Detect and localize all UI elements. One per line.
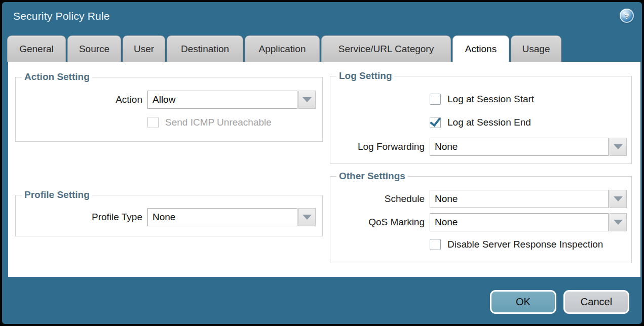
action-dropdown-button[interactable]: [298, 91, 316, 109]
schedule-dropdown-value[interactable]: None: [430, 190, 609, 208]
chevron-down-icon: [614, 196, 623, 201]
log-session-start-label: Log at Session Start: [447, 94, 534, 105]
dsri-checkbox-row[interactable]: Disable Server Response Inspection: [430, 239, 603, 250]
tab-destination[interactable]: Destination: [167, 35, 243, 62]
question-mark-icon: ?: [624, 12, 629, 20]
log-forwarding-dropdown-button[interactable]: [610, 138, 627, 156]
tab-content-panel: Action Setting Action Allow Send ICMP Un…: [8, 62, 640, 277]
qos-marking-dropdown-value[interactable]: None: [430, 213, 609, 231]
chevron-down-icon: [302, 97, 312, 102]
schedule-dropdown-button[interactable]: [610, 190, 627, 208]
dsri-checkbox[interactable]: [430, 239, 441, 250]
qos-marking-label: QoS Marking: [330, 217, 430, 228]
profile-setting-group: Profile Setting Profile Type None: [15, 195, 323, 236]
log-forwarding-row: Log Forwarding None: [330, 138, 627, 156]
profile-type-dropdown-value[interactable]: None: [147, 208, 297, 226]
tab-application[interactable]: Application: [245, 35, 320, 62]
log-forwarding-dropdown[interactable]: None: [430, 138, 627, 156]
send-icmp-checkbox[interactable]: [147, 117, 159, 128]
log-setting-group: Log Setting Log at Session Start Log at …: [330, 76, 632, 164]
log-setting-legend: Log Setting: [336, 70, 394, 82]
cancel-button[interactable]: Cancel: [563, 290, 629, 314]
profile-type-dropdown-button[interactable]: [298, 208, 316, 226]
tab-user[interactable]: User: [123, 35, 165, 62]
chevron-down-icon: [614, 144, 623, 149]
profile-setting-legend: Profile Setting: [22, 189, 92, 200]
security-policy-rule-dialog: Security Policy Rule ? General Source Us…: [0, 0, 644, 326]
chevron-down-icon: [302, 215, 312, 220]
profile-type-dropdown[interactable]: None: [147, 208, 316, 226]
tab-service-url-category[interactable]: Service/URL Category: [321, 35, 451, 62]
action-row: Action Allow: [16, 91, 316, 109]
action-label: Action: [16, 94, 147, 105]
tab-general[interactable]: General: [7, 35, 66, 62]
dsri-label: Disable Server Response Inspection: [447, 239, 603, 250]
help-button[interactable]: ?: [620, 9, 634, 23]
dialog-title: Security Policy Rule: [13, 10, 110, 22]
action-dropdown[interactable]: Allow: [147, 91, 316, 109]
log-session-end-label: Log at Session End: [447, 117, 531, 128]
schedule-row: Schedule None: [330, 190, 627, 208]
chevron-down-icon: [614, 220, 623, 225]
qos-marking-dropdown[interactable]: None: [430, 213, 627, 231]
schedule-label: Schedule: [330, 193, 430, 205]
ok-button[interactable]: OK: [490, 290, 556, 314]
action-setting-group: Action Setting Action Allow Send ICMP Un…: [15, 77, 323, 142]
log-session-start-checkbox-row[interactable]: Log at Session Start: [430, 94, 534, 105]
other-settings-group: Other Settings Schedule None QoS Marking…: [330, 176, 632, 263]
other-settings-legend: Other Settings: [336, 171, 408, 182]
profile-type-row: Profile Type None: [16, 208, 316, 226]
tab-usage[interactable]: Usage: [511, 35, 561, 62]
log-session-start-checkbox[interactable]: [430, 94, 441, 105]
send-icmp-checkbox-row[interactable]: Send ICMP Unreachable: [147, 117, 272, 128]
send-icmp-label: Send ICMP Unreachable: [165, 117, 272, 128]
schedule-dropdown[interactable]: None: [430, 190, 627, 208]
log-session-end-checkbox[interactable]: [430, 117, 441, 128]
log-forwarding-dropdown-value[interactable]: None: [430, 138, 609, 156]
qos-marking-dropdown-button[interactable]: [610, 213, 627, 231]
action-dropdown-value[interactable]: Allow: [147, 91, 297, 109]
qos-marking-row: QoS Marking None: [330, 213, 627, 231]
profile-type-label: Profile Type: [16, 212, 147, 223]
tab-source[interactable]: Source: [67, 35, 121, 62]
tab-actions[interactable]: Actions: [452, 35, 509, 62]
action-setting-legend: Action Setting: [22, 71, 92, 83]
log-forwarding-label: Log Forwarding: [330, 141, 430, 152]
log-session-end-checkbox-row[interactable]: Log at Session End: [430, 117, 531, 128]
tab-bar: General Source User Destination Applicat…: [7, 35, 561, 62]
